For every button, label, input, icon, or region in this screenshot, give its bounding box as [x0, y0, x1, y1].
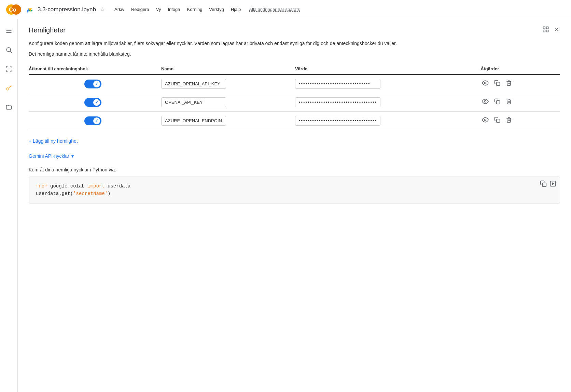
name-cell-1 [161, 93, 295, 112]
warning-text: Det hemliga namnet får inte innehålla bl… [29, 51, 560, 57]
colab-logo[interactable]: Co [5, 1, 22, 18]
col-header-value: Värde [295, 64, 481, 74]
svg-point-16 [485, 82, 486, 84]
drive-icon [26, 6, 33, 13]
description-text: Konfigurera koden genom att lagra miljöv… [29, 40, 560, 47]
svg-rect-17 [497, 82, 500, 86]
add-secret-button[interactable]: + Lägg till ny hemlighet [29, 137, 78, 145]
name-input-1[interactable] [161, 97, 226, 107]
menu-bar: Arkiv Redigera Vy Infoga Körning Verktyg… [112, 5, 300, 13]
toggle-cell-0: ✓ [29, 74, 161, 93]
actions-cell-1 [481, 93, 560, 112]
import-target: userdata [108, 183, 130, 189]
toggle-1[interactable]: ✓ [84, 98, 101, 107]
copy-code-icon[interactable] [540, 180, 547, 189]
sidebar-icon-files[interactable] [3, 101, 15, 113]
panel-header: Hemligheter [29, 26, 560, 34]
close-icon[interactable] [553, 26, 560, 34]
name-cell-0 [161, 74, 295, 93]
svg-rect-13 [546, 30, 548, 32]
keyword-from: from [36, 183, 47, 189]
menu-arkiv[interactable]: Arkiv [112, 5, 127, 13]
delete-icon-2[interactable] [504, 115, 513, 126]
python-label: Kom åt dina hemliga nycklar i Python via… [29, 167, 560, 172]
panel-header-icons [542, 26, 560, 34]
svg-point-6 [6, 47, 11, 52]
saved-status[interactable]: Alla ändringar har sparats [249, 7, 300, 12]
delete-icon-0[interactable] [504, 79, 513, 89]
toggle-2[interactable]: ✓ [84, 116, 101, 125]
view-icon-0[interactable] [481, 78, 490, 89]
copy-icon-2[interactable] [493, 115, 502, 126]
star-icon[interactable]: ☆ [100, 6, 105, 13]
svg-line-7 [10, 51, 12, 53]
value-input-0[interactable] [295, 79, 380, 89]
sidebar-icon-variables[interactable] [3, 63, 15, 75]
chevron-down-icon: ▾ [71, 153, 74, 159]
secrets-table: Åtkomst till anteckningsbok Namn Värde Å… [29, 64, 560, 130]
view-icon-1[interactable] [481, 97, 490, 108]
table-row: ✓ [29, 74, 560, 93]
svg-rect-19 [497, 101, 500, 104]
menu-korning[interactable]: Körning [184, 5, 205, 13]
menu-infoga[interactable]: Infoga [165, 5, 183, 13]
gemini-api-button[interactable]: Gemini API-nycklar ▾ [29, 152, 74, 160]
delete-icon-1[interactable] [504, 97, 513, 108]
value-input-2[interactable] [295, 116, 380, 126]
gemini-section: Gemini API-nycklar ▾ [29, 152, 560, 160]
run-code-icon[interactable] [549, 180, 556, 189]
toggle-knob-0: ✓ [93, 81, 100, 87]
string-arg: 'secretName' [73, 191, 108, 196]
svg-point-9 [6, 88, 9, 90]
table-row: ✓ [29, 93, 560, 112]
value-input-1[interactable] [295, 97, 380, 107]
toggle-0[interactable]: ✓ [84, 80, 101, 88]
name-input-2[interactable] [161, 116, 226, 126]
close-paren: ) [108, 191, 110, 196]
code-block: from google.colab import userdata userda… [36, 182, 553, 198]
svg-point-20 [485, 119, 486, 121]
toggle-check-1: ✓ [95, 100, 98, 105]
menu-verktyg[interactable]: Verktyg [206, 5, 226, 13]
sidebar-icons [0, 19, 18, 392]
method-call: userdata.get( [36, 191, 73, 196]
code-block-actions [540, 180, 556, 189]
toggle-knob-2: ✓ [93, 117, 100, 124]
code-block-wrapper: from google.colab import userdata userda… [29, 177, 560, 204]
svg-rect-22 [543, 183, 546, 187]
svg-rect-21 [497, 119, 500, 123]
value-cell-0 [295, 74, 481, 93]
svg-point-18 [485, 101, 486, 102]
col-header-actions: Åtgärder [481, 64, 560, 74]
keyword-import: import [87, 183, 105, 189]
actions-cell-2 [481, 112, 560, 130]
svg-rect-12 [543, 30, 545, 32]
code-line-2: userdata.get('secretName') [36, 190, 553, 197]
col-header-name: Namn [161, 64, 295, 74]
actions-cell-0 [481, 74, 560, 93]
gemini-label: Gemini API-nycklar [29, 153, 69, 159]
svg-marker-24 [552, 182, 555, 185]
copy-icon-0[interactable] [493, 79, 502, 89]
toggle-check-0: ✓ [95, 82, 98, 86]
value-cell-1 [295, 93, 481, 112]
sidebar-icon-toc[interactable] [3, 25, 15, 37]
main-layout: Hemligheter Konfigurera koden genom att … [0, 19, 571, 392]
menu-hjalp[interactable]: Hjälp [228, 5, 244, 13]
toggle-check-2: ✓ [95, 118, 98, 123]
name-cell-2 [161, 112, 295, 130]
sidebar-icon-search[interactable] [3, 44, 15, 56]
value-cell-2 [295, 112, 481, 130]
expand-icon[interactable] [542, 26, 549, 34]
name-input-0[interactable] [161, 79, 226, 89]
sidebar-icon-secrets[interactable] [3, 82, 15, 94]
menu-redigera[interactable]: Redigera [128, 5, 152, 13]
view-icon-2[interactable] [481, 115, 490, 126]
toggle-cell-1: ✓ [29, 93, 161, 112]
secrets-panel: Hemligheter Konfigurera koden genom att … [18, 19, 571, 392]
menu-vy[interactable]: Vy [153, 5, 164, 13]
svg-rect-11 [546, 27, 548, 29]
top-bar: Co 3.3-compression.ipynb ☆ Arkiv Rediger… [0, 0, 571, 19]
copy-icon-1[interactable] [493, 97, 502, 108]
toggle-knob-1: ✓ [93, 99, 100, 106]
